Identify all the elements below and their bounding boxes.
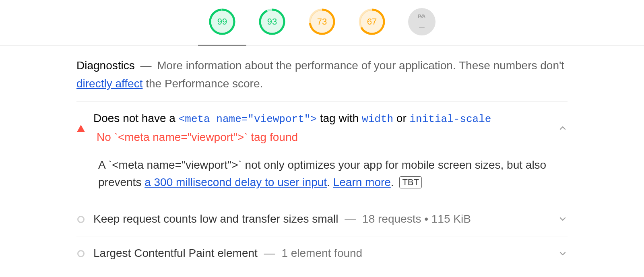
tbt-badge: TBT	[399, 176, 422, 188]
audit-lcp-header[interactable]: Largest Contentful Paint element — 1 ele…	[76, 245, 568, 262]
pwa-dash-icon	[419, 27, 425, 28]
audit-lcp-title: Largest Contentful Paint element — 1 ele…	[93, 245, 568, 262]
delay-link[interactable]: a 300 millisecond delay to user input	[144, 176, 327, 188]
audit-requests: Keep request counts low and transfer siz…	[76, 202, 568, 237]
score-gauge[interactable]: 93	[258, 8, 286, 35]
score-gauge[interactable]: 67	[358, 8, 386, 35]
audit-viewport: Does not have a <meta name="viewport"> t…	[76, 101, 568, 202]
audit-viewport-title: Does not have a <meta name="viewport"> t…	[93, 110, 568, 146]
audit-requests-title: Keep request counts low and transfer siz…	[93, 211, 568, 227]
score-value: 67	[367, 17, 377, 26]
audit-viewport-subtitle: No `<meta name="viewport">` tag found	[97, 129, 568, 146]
chevron-up-icon	[558, 123, 568, 133]
dash-separator: —	[140, 59, 152, 72]
score-gauge[interactable]: 99	[208, 8, 236, 35]
audit-requests-header[interactable]: Keep request counts low and transfer siz…	[76, 211, 568, 227]
score-gauge-pwa[interactable]: P/A	[408, 8, 436, 35]
score-value: 73	[317, 17, 327, 26]
info-circle-icon	[76, 245, 85, 257]
chevron-down-icon	[558, 214, 568, 224]
fail-triangle-icon	[76, 110, 85, 132]
diagnostics-heading: Diagnostics — More information about the…	[76, 57, 568, 101]
diagnostics-desc-post: the Performance score.	[142, 77, 263, 90]
info-circle-icon	[76, 211, 85, 223]
audit-viewport-body: A `<meta name="viewport">` not only opti…	[76, 146, 568, 193]
score-value: 99	[217, 17, 227, 26]
directly-affect-link[interactable]: directly affect	[76, 77, 142, 90]
learn-more-link[interactable]: Learn more	[333, 176, 391, 188]
diagnostics-title: Diagnostics	[76, 59, 135, 72]
active-tab-indicator	[198, 45, 246, 45]
audit-lcp: Largest Contentful Paint element — 1 ele…	[76, 236, 568, 271]
diagnostics-desc-pre: More information about the performance o…	[157, 59, 564, 72]
audit-requests-detail: 18 requests • 115 KiB	[362, 213, 471, 225]
chevron-down-icon	[558, 249, 568, 258]
score-gauges-row: 99937367 P/A	[0, 0, 644, 45]
pwa-label: P/A	[418, 14, 426, 19]
audit-lcp-detail: 1 element found	[281, 247, 362, 259]
diagnostics-section: Diagnostics — More information about the…	[76, 45, 568, 271]
score-value: 93	[267, 17, 277, 26]
score-gauge[interactable]: 73	[308, 8, 336, 35]
audit-viewport-header[interactable]: Does not have a <meta name="viewport"> t…	[76, 110, 568, 146]
